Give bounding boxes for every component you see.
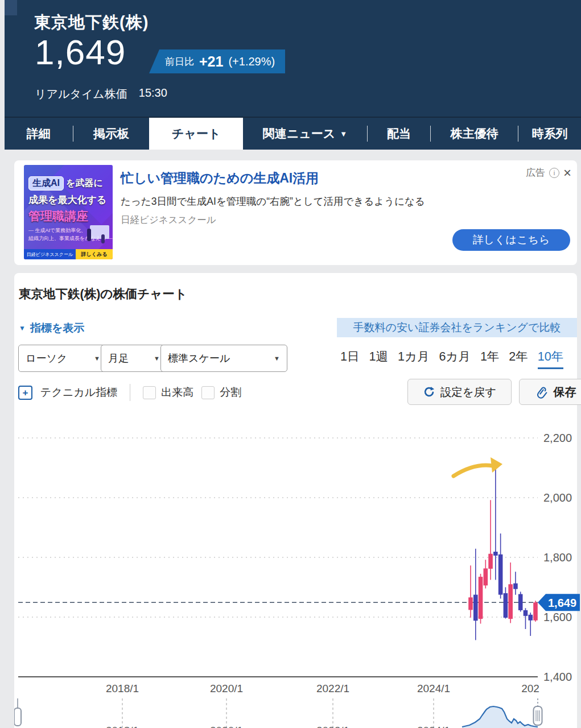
chart-card: 東京地下鉄(株)の株価チャート ▼ 指標を表示 手数料の安い証券会社をランキング… xyxy=(14,273,577,728)
ad-info-icon[interactable]: i xyxy=(549,168,559,178)
ad-cta-button[interactable]: 詳しくはこちら xyxy=(452,229,570,251)
candle-body xyxy=(488,554,493,569)
navigator-label: 2024/1 xyxy=(417,725,450,728)
chevron-down-icon: ▼ xyxy=(340,130,347,138)
ad-img-badge: 生成AI xyxy=(28,176,64,191)
price-meta: リアルタイム株価 15:30 xyxy=(35,86,167,102)
x-axis-label: 202 xyxy=(521,682,539,694)
chart-interval-select[interactable]: 月足▼ xyxy=(101,345,167,372)
svg-text:1,649: 1,649 xyxy=(548,597,576,609)
navigator-right-handle[interactable] xyxy=(534,706,542,725)
chevron-down-icon: ▼ xyxy=(154,355,160,362)
candle-body xyxy=(518,594,523,610)
split-checkbox[interactable]: 分割 xyxy=(201,385,241,400)
divider xyxy=(130,384,130,401)
candle-body xyxy=(473,595,478,621)
ad-banner: 生成AI を武器に 成果を最大化する 管理職講座 ― 生成AIで業務効率化、組織… xyxy=(14,160,577,265)
ad-title-link[interactable]: 忙しい管理職のための生成AI活用 xyxy=(121,169,319,187)
y-axis-label: 1,400 xyxy=(543,671,572,683)
page: 東京地下鉄(株) 1,649 前日比 +21 (+1.29%) リアルタイム株価… xyxy=(0,0,581,728)
chevron-down-icon: ▼ xyxy=(274,355,280,362)
tab-detail[interactable]: 詳細 xyxy=(5,118,73,150)
current-price-tag: 1,649 xyxy=(538,594,580,611)
tab-news[interactable]: 関連ニュース ▼ xyxy=(243,118,367,150)
checkbox-icon xyxy=(201,386,215,399)
ad-close-icon[interactable]: × xyxy=(563,168,571,177)
ad-illustration-person xyxy=(87,229,91,241)
navigator-label: 2022/1 xyxy=(316,725,349,728)
tab-timeseries[interactable]: 時系列 xyxy=(518,118,581,150)
change-value: +21 xyxy=(199,53,223,70)
ad-illustration-person xyxy=(101,234,105,243)
x-axis-label: 2020/1 xyxy=(210,682,243,694)
y-axis-label: 1,600 xyxy=(543,611,572,623)
triangle-down-icon: ▼ xyxy=(19,324,26,332)
chart-type-select[interactable]: ローソク▼ xyxy=(18,345,108,372)
period-10y[interactable]: 10年 xyxy=(538,348,563,369)
tab-board[interactable]: 掲示板 xyxy=(73,118,150,150)
chart-title: 東京地下鉄(株)の株価チャート xyxy=(19,286,187,302)
candle-body xyxy=(468,597,473,610)
technical-indicator-link[interactable]: テクニカル指標 xyxy=(40,385,117,400)
candle-body xyxy=(524,610,528,616)
current-price: 1,649 xyxy=(35,32,126,72)
candle-body xyxy=(484,568,488,585)
reset-settings-button[interactable]: 設定を戻す xyxy=(407,379,512,405)
stock-header: 東京地下鉄(株) 1,649 前日比 +21 (+1.29%) リアルタイム株価… xyxy=(5,0,581,117)
period-1m[interactable]: 1カ月 xyxy=(398,348,429,367)
x-axis-label: 2022/1 xyxy=(316,682,349,694)
period-6m[interactable]: 6カ月 xyxy=(439,348,470,367)
candle-body xyxy=(508,584,513,619)
period-1y[interactable]: 1年 xyxy=(480,348,499,367)
tab-dividend[interactable]: 配当 xyxy=(368,118,431,150)
save-button[interactable]: 保存 xyxy=(519,379,581,405)
ad-source: 日経ビジネススクール xyxy=(121,214,216,226)
volume-checkbox[interactable]: 出来高 xyxy=(143,385,193,400)
change-percent: (+1.29%) xyxy=(228,55,275,68)
x-axis-label: 2018/1 xyxy=(106,682,139,694)
nav-tabbar: 詳細 掲示板 チャート 関連ニュース ▼ 配当 株主優待 時系列 xyxy=(5,117,581,150)
refresh-icon xyxy=(423,386,435,398)
chevron-down-icon: ▼ xyxy=(94,355,100,362)
broker-ranking-link[interactable]: 手数料の安い証券会社をランキングで比較 xyxy=(337,318,577,337)
navigator-left-handle[interactable] xyxy=(14,708,21,726)
header-accent xyxy=(5,0,17,15)
ad-illustration-board xyxy=(90,225,109,239)
y-axis-label: 2,000 xyxy=(543,491,572,504)
tab-benefit[interactable]: 株主優待 xyxy=(431,118,518,150)
annotation-arrow xyxy=(454,465,493,476)
ad-label: 広告 xyxy=(526,166,545,179)
paperclip-icon xyxy=(535,385,549,399)
ad-description: たった3日間で生成AIを管理職の“右腕”として活用できるようになる xyxy=(121,195,425,208)
candle-body xyxy=(533,602,538,621)
period-1d[interactable]: 1日 xyxy=(340,348,359,367)
period-selector: 1日 1週 1カ月 6カ月 1年 2年 10年 xyxy=(340,348,581,369)
navigator-label: 2020/1 xyxy=(210,725,243,728)
candle-body xyxy=(528,615,533,621)
annotation-arrowhead xyxy=(491,457,502,473)
ad-meta: 広告 i × xyxy=(526,166,571,179)
candle-body xyxy=(493,552,498,556)
ad-creative-image[interactable]: 生成AI を武器に 成果を最大化する 管理職講座 ― 生成AIで業務効率化、組織… xyxy=(24,165,113,259)
add-technical-icon[interactable]: + xyxy=(18,386,32,400)
y-axis-label: 1,800 xyxy=(543,551,572,564)
chart-scale-select[interactable]: 標準スケール▼ xyxy=(160,345,287,372)
period-2y[interactable]: 2年 xyxy=(509,348,528,367)
range-navigator: 2018/12020/12022/12024/1 xyxy=(14,698,542,728)
y-axis-label: 2,200 xyxy=(543,432,572,444)
tab-chart[interactable]: チャート xyxy=(149,118,243,150)
candles xyxy=(468,462,538,640)
navigator-label: 2018/1 xyxy=(106,725,139,728)
price-chart-svg[interactable]: 2,2002,0001,8001,6001,4002018/12020/1202… xyxy=(14,421,581,728)
candle-body xyxy=(504,593,508,618)
indicator-toggle[interactable]: ▼ 指標を表示 xyxy=(19,321,84,336)
price-change-badge: 前日比 +21 (+1.29%) xyxy=(149,49,285,73)
candle-body xyxy=(498,555,503,595)
checkbox-icon xyxy=(143,386,156,399)
chart-tools-row: + テクニカル指標 出来高 分割 xyxy=(18,380,241,405)
price-type-label: リアルタイム株価 xyxy=(35,86,127,102)
change-label: 前日比 xyxy=(165,55,194,68)
price-time: 15:30 xyxy=(139,86,167,102)
period-1w[interactable]: 1週 xyxy=(369,348,388,367)
candle-body xyxy=(513,584,518,589)
